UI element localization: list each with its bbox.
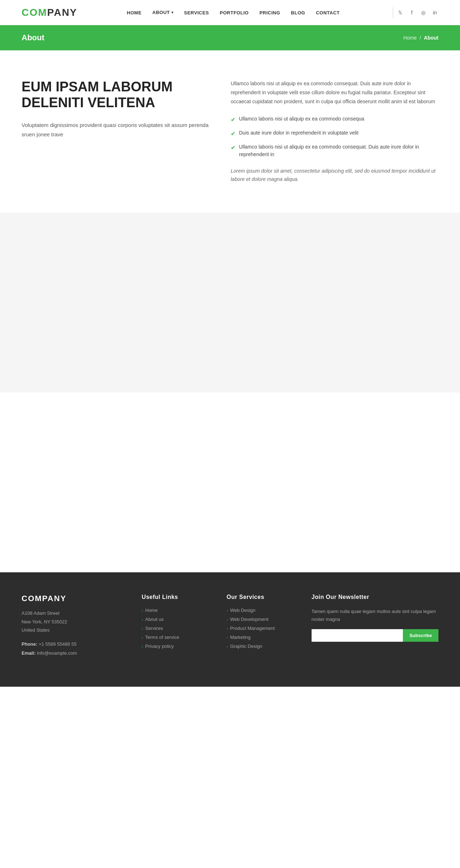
- footer-service-marketing[interactable]: Marketing: [230, 635, 250, 640]
- nav-blog[interactable]: BLOG: [291, 10, 305, 15]
- list-item: ›Product Management: [227, 626, 297, 631]
- list-item: ›About us: [142, 617, 212, 622]
- newsletter-email-input[interactable]: [312, 629, 403, 642]
- about-content-section: EUM IPSAM LABORUM DELENITI VELITENA Volu…: [0, 50, 460, 213]
- footer-link-about[interactable]: About us: [145, 617, 164, 622]
- facebook-icon[interactable]: f: [408, 9, 415, 16]
- footer-newsletter-text: Tamen quem nulla quae legam multos aute …: [312, 608, 438, 623]
- list-item: ✔ Ullamco laboris nisi ut aliquip ex ea …: [231, 143, 438, 158]
- nav-home[interactable]: HOME: [127, 10, 142, 15]
- arrow-icon: ›: [142, 617, 143, 622]
- footer-services-col: Our Services ›Web Design ›Web Developmen…: [227, 594, 297, 658]
- footer-email-label: Email:: [22, 650, 36, 656]
- list-item: ✔ Ullamco laboris nisi ut aliquip ex ea …: [231, 115, 438, 124]
- breadcrumb-separator: /: [420, 35, 421, 41]
- white-section: [0, 392, 460, 572]
- social-links: 𝕏 f ◎ in: [397, 9, 438, 16]
- arrow-icon: ›: [227, 635, 228, 640]
- footer-contact-info: Phone: +1 5589 55488 55 Email: info@exam…: [22, 640, 127, 658]
- footer-services-list: ›Web Design ›Web Development ›Product Ma…: [227, 608, 297, 649]
- footer: COMPANY A108 Adam Street New York, NY 53…: [0, 572, 460, 687]
- breadcrumb-home[interactable]: Home: [403, 35, 417, 41]
- newsletter-form: Subscribe: [312, 629, 438, 642]
- grey-section: [0, 213, 460, 392]
- footer-address-line2: New York, NY 535022: [22, 619, 67, 624]
- footer-useful-links-list: ›Home ›About us ›Services ›Terms of serv…: [142, 608, 212, 649]
- twitter-icon[interactable]: 𝕏: [397, 9, 404, 16]
- content-left: EUM IPSAM LABORUM DELENITI VELITENA Volu…: [22, 79, 209, 139]
- brand-logo[interactable]: COMPANY: [22, 7, 77, 18]
- content-italic-text: Lorem ipsum dolor sit amet, consectetur …: [231, 167, 438, 184]
- arrow-icon: ›: [142, 635, 143, 640]
- breadcrumb-bar: About Home / About: [0, 25, 460, 50]
- checklist-item-3: Ullamco laboris nisi ut aliquip ex ea co…: [239, 143, 438, 158]
- footer-service-product-mgmt[interactable]: Product Management: [230, 626, 275, 631]
- footer-address-line1: A108 Adam Street: [22, 610, 60, 616]
- list-item: ›Graphic Design: [227, 644, 297, 649]
- nav-divider: [393, 7, 393, 18]
- brand-name-start: COM: [22, 7, 47, 18]
- checklist-item-2: Duis aute irure dolor in reprehenderit i…: [239, 129, 358, 137]
- footer-link-terms[interactable]: Terms of service: [145, 635, 179, 640]
- content-checklist: ✔ Ullamco laboris nisi ut aliquip ex ea …: [231, 115, 438, 158]
- arrow-icon: ›: [227, 626, 228, 631]
- breadcrumb: Home / About: [403, 35, 438, 41]
- nav-pricing[interactable]: PRICING: [259, 10, 280, 15]
- arrow-icon: ›: [227, 644, 228, 649]
- check-icon: ✔: [231, 115, 235, 124]
- footer-link-home[interactable]: Home: [145, 608, 158, 613]
- arrow-icon: ›: [227, 617, 228, 622]
- content-right: Ullamco laboris nisi ut aliquip ex ea co…: [231, 79, 438, 184]
- footer-address-line3: United States: [22, 627, 50, 633]
- footer-services-title: Our Services: [227, 594, 297, 600]
- footer-brand: COMPANY: [22, 594, 127, 603]
- breadcrumb-current: About: [424, 35, 438, 41]
- footer-phone-value: +1 5589 55488 55: [39, 641, 77, 647]
- list-item: ›Terms of service: [142, 635, 212, 640]
- footer-grid: COMPANY A108 Adam Street New York, NY 53…: [22, 594, 438, 658]
- footer-service-web-dev[interactable]: Web Development: [230, 617, 268, 622]
- footer-service-web-design[interactable]: Web Design: [230, 608, 256, 613]
- navbar: COMPANY HOME ABOUT ▾ SERVICES PORTFOLIO …: [0, 0, 460, 25]
- footer-newsletter-col: Join Our Newsletter Tamen quem nulla qua…: [312, 594, 438, 658]
- list-item: ›Marketing: [227, 635, 297, 640]
- check-icon: ✔: [231, 144, 235, 152]
- nav-services[interactable]: SERVICES: [184, 10, 209, 15]
- arrow-icon: ›: [227, 608, 228, 613]
- footer-address: A108 Adam Street New York, NY 535022 Uni…: [22, 609, 127, 634]
- footer-useful-links-col: Useful Links ›Home ›About us ›Services ›…: [142, 594, 212, 658]
- brand-name-end: PANY: [47, 7, 77, 18]
- breadcrumb-page-title: About: [22, 33, 45, 42]
- arrow-icon: ›: [142, 608, 143, 613]
- footer-service-graphic-design[interactable]: Graphic Design: [230, 644, 262, 649]
- arrow-icon: ›: [142, 626, 143, 631]
- footer-useful-links-title: Useful Links: [142, 594, 212, 600]
- chevron-down-icon: ▾: [171, 10, 174, 14]
- footer-link-privacy[interactable]: Privacy policy: [145, 644, 174, 649]
- nav-portfolio[interactable]: PORTFOLIO: [220, 10, 249, 15]
- list-item: ›Privacy policy: [142, 644, 212, 649]
- linkedin-icon[interactable]: in: [431, 9, 438, 16]
- footer-newsletter-title: Join Our Newsletter: [312, 594, 438, 600]
- list-item: ✔ Duis aute irure dolor in reprehenderit…: [231, 129, 438, 138]
- content-heading: EUM IPSAM LABORUM DELENITI VELITENA: [22, 79, 209, 110]
- arrow-icon: ›: [142, 644, 143, 649]
- list-item: ›Web Development: [227, 617, 297, 622]
- footer-email-value: info@example.com: [37, 650, 77, 656]
- list-item: ›Home: [142, 608, 212, 613]
- newsletter-subscribe-button[interactable]: Subscribe: [403, 629, 438, 642]
- nav-contact[interactable]: CONTACT: [316, 10, 340, 15]
- list-item: ›Web Design: [227, 608, 297, 613]
- instagram-icon[interactable]: ◎: [420, 9, 427, 16]
- nav-menu: HOME ABOUT ▾ SERVICES PORTFOLIO PRICING …: [127, 9, 340, 16]
- checklist-item-1: Ullamco laboris nisi ut aliquip ex ea co…: [239, 115, 364, 123]
- nav-about[interactable]: ABOUT ▾: [152, 10, 173, 15]
- check-icon: ✔: [231, 129, 235, 138]
- content-subtext: Voluptatem dignissimos provident quasi c…: [22, 121, 209, 139]
- footer-company-col: COMPANY A108 Adam Street New York, NY 53…: [22, 594, 127, 658]
- content-main-text: Ullamco laboris nisi ut aliquip ex ea co…: [231, 79, 438, 106]
- footer-link-services[interactable]: Services: [145, 626, 163, 631]
- footer-phone-label: Phone:: [22, 641, 37, 647]
- list-item: ›Services: [142, 626, 212, 631]
